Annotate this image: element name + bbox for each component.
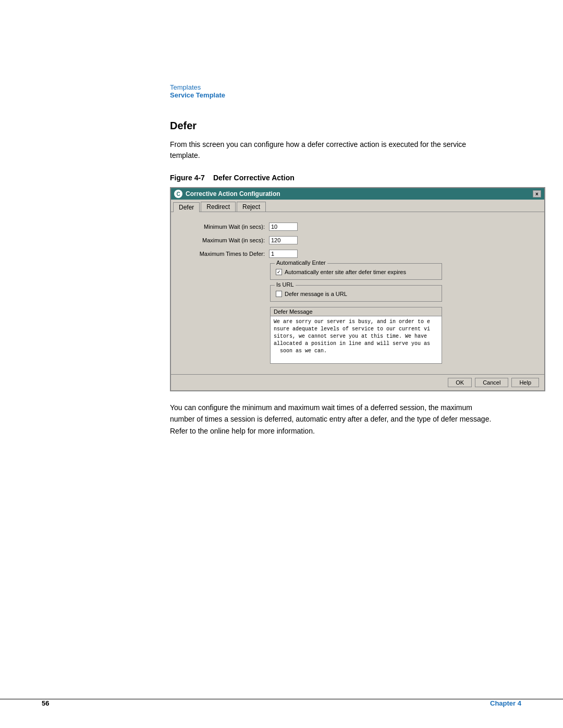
cancel-button[interactable]: Cancel <box>475 378 508 387</box>
is-url-content: Defer message is a URL <box>276 291 436 297</box>
figure-label-row: Figure 4-7 Defer Corrective Action <box>170 174 521 182</box>
dialog-footer: OK Cancel Help <box>171 374 544 390</box>
auto-enter-group-label: Automatically Enter <box>275 260 327 266</box>
dialog-window: C Corrective Action Configuration × Defe… <box>170 187 545 391</box>
help-button[interactable]: Help <box>511 378 539 387</box>
dialog-app-icon: C <box>174 190 182 198</box>
is-url-group-label: Is URL <box>275 281 296 288</box>
min-wait-row: Minimum Wait (in secs): <box>181 223 534 231</box>
is-url-checkbox-label: Defer message is a URL <box>285 291 347 297</box>
min-wait-label: Minimum Wait (in secs): <box>181 224 265 230</box>
is-url-group: Is URL Defer message is a URL <box>270 285 442 302</box>
footer-page-number: 56 <box>42 699 49 707</box>
footer-chapter: Chapter 4 <box>490 699 521 707</box>
is-url-checkbox[interactable] <box>276 291 282 297</box>
dialog-titlebar-left: C Corrective Action Configuration <box>174 190 280 198</box>
dialog-body: Minimum Wait (in secs): Maximum Wait (in… <box>171 212 544 374</box>
breadcrumb-current: Service Template <box>170 91 225 99</box>
section-heading: Defer <box>170 120 521 132</box>
max-times-label: Maximum Times to Defer: <box>181 251 265 257</box>
breadcrumb-link[interactable]: Templates <box>170 83 225 91</box>
tab-defer[interactable]: Defer <box>173 202 200 212</box>
dialog-tabbar: Defer Redirect Reject <box>171 200 544 212</box>
auto-enter-group: Automatically Enter ✓ Automatically ente… <box>270 263 442 280</box>
body-text: You can configure the minimum and maximu… <box>170 402 493 437</box>
auto-enter-checkbox-label: Automatically enter site after defer tim… <box>285 269 406 275</box>
figure-label: Figure 4-7 <box>170 174 205 182</box>
breadcrumb: Templates Service Template <box>170 83 225 99</box>
max-times-input[interactable] <box>269 250 298 258</box>
max-wait-label: Maximum Wait (in secs): <box>181 237 265 243</box>
max-wait-row: Maximum Wait (in secs): <box>181 236 534 244</box>
dialog-title: Corrective Action Configuration <box>186 190 280 198</box>
ok-button[interactable]: OK <box>448 378 472 387</box>
defer-message-area: Defer Message We are sorry our server is… <box>270 307 442 364</box>
defer-message-label: Defer Message <box>271 307 442 316</box>
auto-enter-checkbox[interactable]: ✓ <box>276 269 282 275</box>
intro-text: From this screen you can configure how a… <box>170 139 493 161</box>
tab-redirect[interactable]: Redirect <box>201 202 236 212</box>
min-wait-input[interactable] <box>269 223 298 231</box>
auto-enter-content: ✓ Automatically enter site after defer t… <box>276 269 436 275</box>
dialog-titlebar: C Corrective Action Configuration × <box>171 188 544 200</box>
page-footer: 56 Chapter 4 <box>0 699 563 707</box>
max-times-row: Maximum Times to Defer: <box>181 250 534 258</box>
dialog-close-button[interactable]: × <box>533 190 541 198</box>
main-content: Defer From this screen you can configure… <box>170 120 521 447</box>
figure-title: Defer Corrective Action <box>213 174 295 182</box>
max-wait-input[interactable] <box>269 236 298 244</box>
defer-message-text[interactable]: We are sorry our server is busy, and in … <box>271 316 442 363</box>
page: Templates Service Template Defer From th… <box>0 0 563 728</box>
tab-reject[interactable]: Reject <box>237 202 266 212</box>
